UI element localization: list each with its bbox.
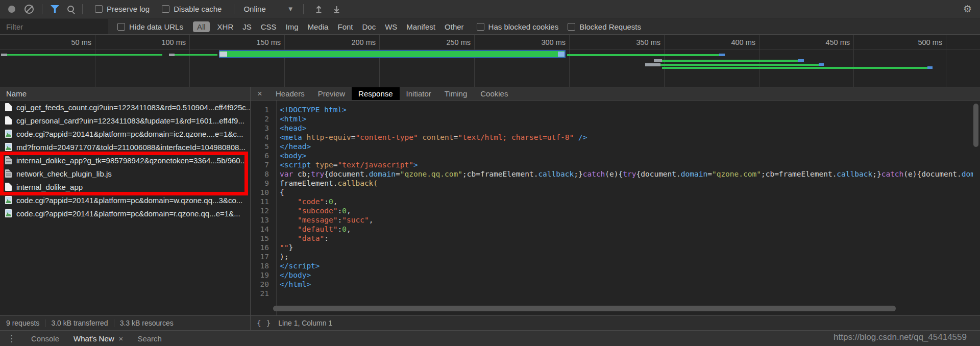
line-number: 6 <box>251 151 273 160</box>
code-token: "message" <box>298 216 338 224</box>
timeline-gridline <box>379 35 380 87</box>
timeline-tick-label: 200 ms <box>351 38 376 46</box>
preserve-log-label: Preserve log <box>107 5 150 13</box>
code-token: ;} <box>574 170 582 178</box>
tab-initiator[interactable]: Initiator <box>400 87 438 100</box>
code-token: "" <box>280 243 288 252</box>
drawer-tab-label: Search <box>137 334 162 343</box>
filter-type-css[interactable]: CSS <box>261 22 277 31</box>
line-number: 21 <box>251 289 273 298</box>
code-line: "code":0, <box>280 197 973 206</box>
blocked-requests-checkbox[interactable]: Blocked Requests <box>568 22 641 31</box>
search-icon[interactable] <box>67 6 74 12</box>
filter-type-ws[interactable]: WS <box>385 22 397 31</box>
request-row[interactable]: code.cgi?appid=20141&platform=pc&domain=… <box>0 127 250 140</box>
request-row[interactable]: cgi_get_feeds_count.cgi?uin=1223411083&r… <box>0 101 250 114</box>
request-row[interactable]: network_check_plugin_lib.js <box>0 167 250 180</box>
export-har-button[interactable] <box>333 5 340 13</box>
code-token: frameElement. <box>280 179 338 187</box>
line-number: 8 <box>251 169 273 179</box>
tab-cookies[interactable]: Cookies <box>474 87 514 100</box>
code-token: callback <box>837 170 872 178</box>
line-number: 15 <box>251 234 273 243</box>
record-button[interactable] <box>8 6 15 13</box>
line-number: 5 <box>251 142 273 151</box>
code-line: </head> <box>280 142 973 151</box>
code-token: <head> <box>280 124 306 132</box>
close-detail-icon[interactable]: × <box>251 87 269 100</box>
timeline-gridline <box>853 35 854 87</box>
pretty-print-icon[interactable]: { } <box>257 319 271 327</box>
drawer-tab-console[interactable]: Console <box>31 334 59 343</box>
has-blocked-cookies-checkbox[interactable]: Has blocked cookies <box>477 22 559 31</box>
filter-type-media[interactable]: Media <box>308 22 329 31</box>
line-number: 11 <box>251 197 273 206</box>
request-row[interactable]: internal_dolike_app <box>0 180 250 193</box>
checkbox-icon <box>162 5 169 13</box>
close-drawer-tab-icon[interactable]: × <box>119 334 124 343</box>
tab-timing[interactable]: Timing <box>438 87 474 100</box>
request-row[interactable]: md?fromId=204971707&told=211006088&inter… <box>0 140 250 154</box>
tab-response[interactable]: Response <box>352 87 400 100</box>
disable-cache-checkbox[interactable]: Disable cache <box>162 5 222 13</box>
checkbox-icon <box>95 5 103 13</box>
has-blocked-cookies-label: Has blocked cookies <box>488 22 559 31</box>
filter-type-manifest[interactable]: Manifest <box>406 22 435 31</box>
filter-type-doc[interactable]: Doc <box>362 22 376 31</box>
code-token: (e){document. <box>903 170 962 178</box>
vertical-scrollbar[interactable] <box>973 104 978 147</box>
drawer-bar: ⋮ ConsoleWhat's New×Search <box>0 330 980 346</box>
horizontal-scrollbar[interactable] <box>273 306 896 311</box>
timeline-gridline <box>189 35 190 87</box>
waterfall-bar <box>175 54 217 56</box>
code-token: "default" <box>298 225 338 233</box>
drawer-tab-label: What's New <box>74 334 114 343</box>
code-token <box>280 225 298 233</box>
waterfall-bar <box>558 52 565 57</box>
waterfall-bar <box>645 63 660 66</box>
filter-type-font[interactable]: Font <box>337 22 353 31</box>
response-source-view: 123456789101112131415161718192021 <!DOCT… <box>251 101 980 315</box>
import-har-button[interactable] <box>315 5 323 13</box>
response-code: <!DOCTYPE html><html><head><meta http-eq… <box>280 105 973 298</box>
blocked-requests-label: Blocked Requests <box>579 22 641 31</box>
request-row[interactable]: internal_dolike_app?g_tk=985798942&qzone… <box>0 154 250 167</box>
preserve-log-checkbox[interactable]: Preserve log <box>95 5 150 13</box>
code-token: "succ" <box>342 216 369 224</box>
line-number: 10 <box>251 188 273 197</box>
filter-type-xhr[interactable]: XHR <box>217 22 234 31</box>
filter-type-other[interactable]: Other <box>445 22 464 31</box>
drawer-tab-what-s-new[interactable]: What's New× <box>74 334 123 343</box>
filter-type-all[interactable]: All <box>193 21 210 32</box>
tab-preview[interactable]: Preview <box>311 87 352 100</box>
divider <box>42 4 42 14</box>
filter-type-js[interactable]: JS <box>242 22 252 31</box>
filter-funnel-icon[interactable] <box>51 5 59 13</box>
settings-gear-icon[interactable]: ⚙ <box>963 3 972 15</box>
request-row[interactable]: cgi_personal_card?uin=1223411083&fupdate… <box>0 114 250 127</box>
code-token: {document. <box>324 170 369 178</box>
code-token: : <box>338 225 342 233</box>
code-token: > <box>413 161 418 169</box>
tab-headers[interactable]: Headers <box>269 87 311 100</box>
clear-requests-icon[interactable] <box>24 5 34 14</box>
code-token: "data" <box>298 234 324 242</box>
throttling-select[interactable]: Online ▼ <box>243 5 293 13</box>
line-number: 20 <box>251 280 273 289</box>
drawer-tab-search[interactable]: Search <box>137 334 162 343</box>
timeline-overview[interactable]: 50 ms100 ms150 ms200 ms250 ms300 ms350 m… <box>0 35 980 87</box>
request-row[interactable]: code.cgi?appid=20141&platform=pc&domain=… <box>0 193 250 207</box>
line-number: 17 <box>251 252 273 261</box>
code-token: domain <box>369 170 396 178</box>
more-options-icon[interactable]: ⋮ <box>7 333 16 344</box>
waterfall-bar <box>819 63 824 66</box>
name-column-header[interactable]: Name <box>0 87 250 101</box>
request-row[interactable]: code.cgi?appid=20141&platform=pc&domain=… <box>0 207 250 220</box>
hide-data-urls-checkbox[interactable]: Hide data URLs <box>117 22 183 31</box>
line-number: 2 <box>251 114 273 123</box>
waterfall-bar <box>798 59 804 62</box>
filter-type-img[interactable]: Img <box>286 22 299 31</box>
status-separator <box>114 319 114 327</box>
filter-input[interactable]: Filter <box>0 19 108 34</box>
code-token: <html> <box>280 115 306 123</box>
